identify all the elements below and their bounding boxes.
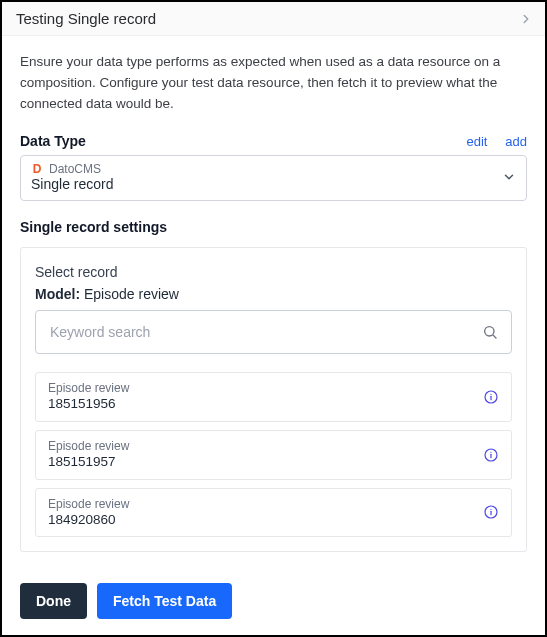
chevron-down-icon bbox=[502, 170, 516, 184]
dialog: Testing Single record Ensure your data t… bbox=[0, 0, 547, 637]
record-text: Episode review185151957 bbox=[48, 439, 129, 471]
settings-heading: Single record settings bbox=[20, 219, 527, 235]
fetch-test-data-button[interactable]: Fetch Test Data bbox=[97, 583, 232, 619]
record-item[interactable]: Episode review185151956 bbox=[35, 372, 512, 422]
provider-name: DatoCMS bbox=[49, 162, 101, 176]
data-type-select-inner: D DatoCMS Single record bbox=[31, 162, 114, 192]
model-line: Model: Episode review bbox=[35, 286, 512, 302]
data-type-label: Data Type bbox=[20, 133, 86, 149]
dialog-header: Testing Single record bbox=[2, 2, 545, 36]
record-id: 184920860 bbox=[48, 512, 129, 529]
record-type: Episode review bbox=[48, 439, 129, 454]
search-icon bbox=[482, 324, 498, 340]
model-label: Model: bbox=[35, 286, 80, 302]
svg-line-1 bbox=[493, 335, 496, 338]
content-scroll[interactable]: Ensure your data type performs as expect… bbox=[2, 36, 545, 571]
records-list: Episode review185151956Episode review185… bbox=[35, 372, 512, 538]
datocms-icon: D bbox=[31, 163, 43, 175]
record-item[interactable]: Episode review185151957 bbox=[35, 430, 512, 480]
data-type-value: Single record bbox=[31, 176, 114, 192]
done-button[interactable]: Done bbox=[20, 583, 87, 619]
add-link[interactable]: add bbox=[505, 134, 527, 149]
intro-text: Ensure your data type performs as expect… bbox=[20, 52, 527, 115]
record-type: Episode review bbox=[48, 381, 129, 396]
info-icon[interactable] bbox=[483, 504, 499, 520]
search-input[interactable] bbox=[35, 310, 512, 354]
data-type-select[interactable]: D DatoCMS Single record bbox=[20, 155, 527, 201]
search-field-wrap bbox=[35, 310, 512, 354]
dialog-title: Testing Single record bbox=[16, 10, 156, 27]
record-item[interactable]: Episode review184920860 bbox=[35, 488, 512, 538]
model-value: Episode review bbox=[84, 286, 179, 302]
record-text: Episode review185151956 bbox=[48, 381, 129, 413]
settings-panel: Select record Model: Episode review Epis… bbox=[20, 247, 527, 553]
info-icon[interactable] bbox=[483, 389, 499, 405]
data-type-label-row: Data Type edit add bbox=[20, 133, 527, 149]
select-record-label: Select record bbox=[35, 264, 512, 280]
svg-point-0 bbox=[485, 326, 494, 335]
chevron-right-icon[interactable] bbox=[519, 12, 533, 26]
record-type: Episode review bbox=[48, 497, 129, 512]
info-icon[interactable] bbox=[483, 447, 499, 463]
record-id: 185151956 bbox=[48, 396, 129, 413]
record-text: Episode review184920860 bbox=[48, 497, 129, 529]
data-type-actions: edit add bbox=[452, 133, 527, 149]
record-id: 185151957 bbox=[48, 454, 129, 471]
provider-row: D DatoCMS bbox=[31, 162, 114, 176]
dialog-footer: Done Fetch Test Data bbox=[2, 571, 545, 635]
edit-link[interactable]: edit bbox=[466, 134, 487, 149]
